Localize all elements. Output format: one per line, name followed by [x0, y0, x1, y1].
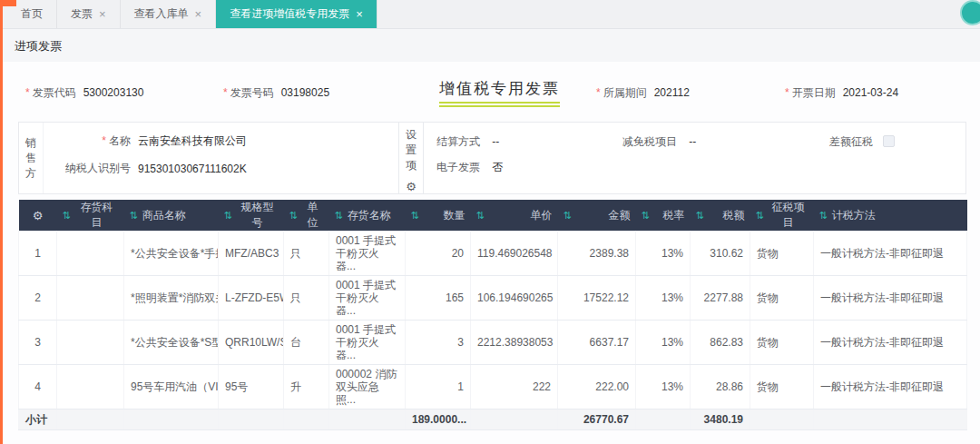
tab-view-inbound-order[interactable]: 查看入库单 × [121, 0, 217, 28]
subtotal-tax: 3480.19 [691, 409, 750, 430]
col-header-amount[interactable]: ⇅金额 [558, 200, 636, 232]
subtotal-empty [750, 409, 814, 430]
cell-qty: 165 [406, 276, 471, 321]
cell-tax: 862.83 [691, 321, 750, 365]
invoice-code-label: 发票代码 [33, 86, 76, 99]
required-mark: * [223, 86, 228, 99]
sort-icon: ⇅ [411, 210, 419, 222]
cell-inventory: 0001 手提式干粉灭火器... [329, 321, 406, 365]
diff-tax-checkbox[interactable] [883, 135, 895, 147]
close-tab-icon[interactable]: × [195, 8, 202, 20]
subtotal-label: 小计 [19, 409, 57, 430]
seller-fields: *名称 云南安垒科技有限公司 纳税人识别号 91530103067111602K [43, 123, 398, 193]
seller-name-label: 名称 [109, 134, 131, 147]
col-label: 存货名称 [348, 208, 391, 223]
cell-inventory-account [57, 276, 124, 321]
table-settings-gear-icon[interactable]: ⚙ [33, 209, 44, 222]
period-field: *所属期间202112 [596, 85, 785, 101]
sort-icon: ⇅ [63, 210, 71, 222]
cell-method: 一般计税方法-非即征即退 [814, 232, 967, 276]
subtotal-empty [219, 409, 284, 430]
cell-seq: 1 [19, 232, 57, 276]
cell-inventory-account [57, 232, 124, 276]
cell-tax: 310.62 [691, 232, 750, 276]
tab-label: 首页 [21, 6, 43, 22]
invoice-date-value: 2021-03-24 [843, 86, 898, 99]
invoice-number-value: 03198025 [281, 86, 329, 99]
cell-model: QRR10LW/S [219, 321, 284, 365]
tab-label: 查看进项增值税专用发票 [230, 6, 349, 22]
tab-invoice[interactable]: 发票 × [57, 0, 121, 28]
cell-qty: 1 [406, 365, 471, 409]
invoice-code-value: 5300203130 [83, 86, 144, 99]
sort-icon: ⇅ [476, 210, 485, 222]
tab-bar: 首页 发票 × 查看入库单 × 查看进项增值税专用发票 × [0, 0, 980, 29]
subtotal-empty [284, 409, 329, 430]
sort-icon: ⇅ [335, 210, 343, 222]
cell-inventory-account [57, 321, 124, 365]
cell-tax: 2277.88 [691, 276, 750, 321]
tab-label: 查看入库单 [134, 6, 189, 22]
sort-icon: ⇅ [289, 210, 298, 222]
table-row: 3 *公共安全设备*S型 QRR10LW/S 台 0001 手提式干粉灭火器..… [19, 321, 967, 365]
cell-amount: 6637.17 [558, 321, 636, 365]
settings-panel-toggle[interactable]: 设置项 ⚙ [398, 123, 424, 193]
diff-tax-field: 差额征税 [829, 134, 965, 150]
e-invoice-field: 电子发票 否 [436, 160, 622, 175]
tab-view-vat-invoice[interactable]: 查看进项增值税专用发票 × [216, 0, 377, 28]
seller-section: 销售方 *名称 云南安垒科技有限公司 纳税人识别号 91530103067111… [18, 122, 966, 194]
col-header-inventory-account[interactable]: ⇅存货科目 [57, 200, 124, 232]
col-label: 商品名称 [142, 208, 186, 223]
cell-tax-item: 货物 [750, 365, 814, 409]
cell-method: 一般计税方法-非即征即退 [814, 276, 967, 321]
cell-amount: 17522.12 [558, 276, 636, 321]
cell-qty: 3 [406, 321, 471, 365]
sort-icon: ⇅ [130, 210, 138, 222]
cell-price: 2212.38938053 [471, 321, 558, 365]
cell-amount: 222.00 [558, 365, 636, 409]
cell-product: *照明装置*消防双头 [124, 276, 219, 321]
cell-tax-item: 货物 [750, 276, 814, 321]
required-mark: * [785, 86, 789, 99]
close-tab-icon[interactable]: × [356, 8, 363, 20]
table-row: 1 *公共安全设备*手提 MFZ/ABC3 只 0001 手提式干粉灭火器...… [19, 232, 967, 276]
gear-icon[interactable]: ⚙ [406, 180, 416, 193]
col-header-model[interactable]: ⇅规格型号 [219, 200, 284, 232]
cell-qty: 20 [406, 232, 471, 276]
col-header-unit[interactable]: ⇅单位 [284, 200, 329, 232]
col-header-price[interactable]: ⇅单价 [471, 200, 558, 232]
invoice-header-form: *发票代码5300203130 *发票号码03198025 增值税专用发票 *所… [18, 71, 966, 122]
cell-tax: 28.86 [691, 365, 750, 409]
column-settings-header[interactable]: ⚙ [19, 200, 57, 232]
settlement-field: 结算方式 -- [436, 134, 622, 150]
diff-tax-label: 差额征税 [829, 135, 873, 148]
required-mark: * [102, 134, 106, 147]
col-header-tax-item[interactable]: ⇅征税项目 [750, 200, 814, 232]
assistant-button[interactable] [960, 0, 980, 25]
col-header-tax[interactable]: ⇅税额 [691, 200, 750, 232]
cell-price: 106.194690265 [471, 276, 558, 321]
subtotal-amount: 26770.67 [558, 409, 636, 430]
invoice-title-wrap: 增值税专用发票 [403, 78, 596, 107]
col-header-inventory-name[interactable]: ⇅存货名称 [329, 200, 406, 232]
cell-seq: 4 [19, 365, 57, 409]
cell-model: MFZ/ABC3 [219, 232, 284, 276]
col-header-tax-rate[interactable]: ⇅税率 [636, 200, 691, 232]
seller-name-label-wrap: *名称 [44, 133, 131, 149]
cell-inventory-account [57, 365, 124, 409]
cell-product: *公共安全设备*手提 [124, 232, 219, 276]
subtotal-empty [636, 409, 691, 430]
page-title: 进项发票 [0, 29, 980, 62]
invoice-options: 结算方式 -- 电子发票 否 减免税项目 -- 差额征税 [424, 123, 965, 193]
close-tab-icon[interactable]: × [99, 8, 106, 20]
col-label: 单位 [302, 200, 324, 231]
cell-rate: 13% [636, 321, 691, 365]
settlement-label: 结算方式 [436, 135, 480, 148]
cell-method: 一般计税方法-非即征即退 [814, 365, 967, 409]
col-header-product-name[interactable]: ⇅商品名称 [124, 200, 219, 232]
col-header-qty[interactable]: ⇅数量 [406, 200, 471, 232]
col-header-method[interactable]: ⇅计税方法 [814, 200, 967, 232]
seller-name-value: 云南安垒科技有限公司 [138, 133, 247, 149]
cell-rate: 13% [636, 276, 691, 321]
sort-icon: ⇅ [819, 210, 828, 222]
